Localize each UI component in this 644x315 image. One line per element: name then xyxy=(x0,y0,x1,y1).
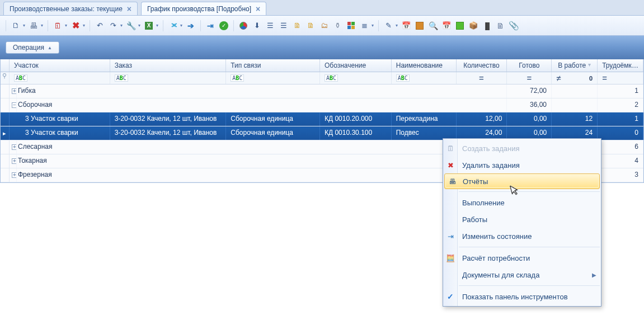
delete-icon[interactable]: ✖ xyxy=(69,20,82,32)
context-menu: 🗓 Создать задания ✖ Удалить задания 🖶 От… xyxy=(443,138,601,307)
filter-gotovo[interactable]: = xyxy=(507,72,552,84)
menu-delete-tasks[interactable]: ✖ Удалить задания xyxy=(443,157,601,173)
menu-label: Документы для склада xyxy=(462,271,539,279)
cell-tip: Сборочная единица xyxy=(226,126,320,140)
menu-warehouse-docs[interactable]: Документы для склада ▶ xyxy=(443,266,601,283)
tab-production-schedule[interactable]: График производства [Подробно] × xyxy=(141,2,266,15)
table-row[interactable]: 3 Участок сварки 3-20-0032 Качели, 12 шт… xyxy=(1,112,643,126)
export-excel-icon[interactable]: X xyxy=(143,20,155,32)
box-icon[interactable]: 📦 xyxy=(467,20,480,32)
group-gotovo: 72,00 xyxy=(507,84,552,98)
menu-label: Работы xyxy=(462,215,487,224)
menu-change-state[interactable]: ⇥ Изменить состояние xyxy=(443,228,601,245)
col-oboz[interactable]: Обозначение xyxy=(320,59,392,72)
filter-vrab[interactable]: ≠0 xyxy=(552,72,598,84)
wrench-icon[interactable]: 🔧 xyxy=(125,20,137,32)
cell-uchastok: 3 Участок сварки xyxy=(10,126,110,140)
filter-tip[interactable]: ABC xyxy=(226,72,320,84)
menu-execution[interactable]: Выполнение xyxy=(443,194,601,211)
filter-oboz[interactable]: ABC xyxy=(320,72,392,84)
wand-icon[interactable]: ✎ xyxy=(382,20,394,32)
close-icon[interactable]: × xyxy=(127,5,131,13)
filter-toggle-icon[interactable]: ⚲ xyxy=(1,72,10,84)
col-trud[interactable]: Трудоёмкость xyxy=(598,59,643,72)
list1-icon[interactable]: ☰ xyxy=(264,20,276,32)
menu-works[interactable]: Работы xyxy=(443,211,601,228)
page-icon[interactable]: 🗎 xyxy=(494,20,506,32)
menu-show-toolbar[interactable]: ✓ Показать панель инструментов xyxy=(443,288,601,305)
cell-naim: Перекладина xyxy=(392,112,457,126)
funnel-icon[interactable]: ⚱ xyxy=(331,20,344,32)
col-vrab[interactable]: В работе▾ xyxy=(552,59,598,72)
cell-vrab: 12 xyxy=(552,112,598,126)
apply-icon[interactable]: ✓ xyxy=(218,20,230,32)
confirm-icon[interactable] xyxy=(454,20,466,32)
filter-zakaz[interactable]: ABC xyxy=(110,72,227,84)
menu-label: Удалить задания xyxy=(462,161,520,170)
cell-trud: 1 xyxy=(598,112,643,126)
expand-icon[interactable]: + xyxy=(12,88,17,94)
pie-chart-icon[interactable] xyxy=(237,20,250,32)
undo-icon[interactable]: ↶ xyxy=(93,20,106,32)
barcode-icon[interactable]: |||| xyxy=(481,20,493,32)
close-icon[interactable]: × xyxy=(256,5,260,13)
expand-icon[interactable]: + xyxy=(12,144,17,150)
note1-icon[interactable]: 🗎 xyxy=(291,20,303,32)
filter-kol[interactable]: = xyxy=(457,72,507,84)
filter-naim[interactable]: ABC xyxy=(392,72,457,84)
check-icon: ✓ xyxy=(446,292,455,301)
dropdown-icon[interactable]: ▾ xyxy=(40,23,44,28)
menu-label: Создать задания xyxy=(462,144,520,153)
calendar-icon: 🗓 xyxy=(446,144,455,153)
dropdown-icon[interactable]: ▾ xyxy=(22,23,26,28)
col-tip[interactable]: Тип связи xyxy=(226,59,320,72)
clock-icon[interactable] xyxy=(413,20,426,32)
main-toolbar: 🗋▾ 🖶▾ 🗓▾ ✖▾ ↶ ↷▾ 🔧▾ X▾ ⪤▾ ➔ ⇥ ✓ ⬇ ☰ ☰ 🗎 … xyxy=(0,16,644,36)
filter-trud[interactable]: = xyxy=(598,72,643,84)
list-ordered-icon[interactable]: ≣ xyxy=(358,20,370,32)
group-label: Токарная xyxy=(17,154,507,168)
group-row[interactable]: + Гибка 72,00 1 xyxy=(1,84,643,98)
dropdown-icon[interactable]: ▾ xyxy=(394,23,399,28)
filter-uchastok[interactable]: ABC xyxy=(10,72,110,84)
calendar2-icon[interactable]: 📅 xyxy=(440,20,453,32)
note2-icon[interactable]: 🗎 xyxy=(304,20,317,32)
download-icon[interactable]: ⬇ xyxy=(251,20,263,32)
calendar-icon[interactable]: 📅 xyxy=(400,20,412,32)
grid-header: Участок Заказ Тип связи Обозначение Наим… xyxy=(1,59,643,72)
dropdown-icon[interactable]: ▾ xyxy=(370,23,375,28)
filter-active-icon[interactable]: ▾ xyxy=(588,62,591,68)
change-state-icon[interactable]: ⇥ xyxy=(204,20,217,32)
group-row[interactable]: − Сборочная 36,00 2 xyxy=(1,98,643,112)
operation-dropdown[interactable]: Операция ▲ xyxy=(6,41,59,54)
dropdown-icon[interactable]: ▾ xyxy=(155,23,159,28)
menu-requirement-calc[interactable]: 🧮 Расчёт потребности xyxy=(443,250,601,266)
dropdown-icon[interactable]: ▾ xyxy=(82,23,86,28)
expand-icon[interactable]: + xyxy=(12,172,17,178)
dropdown-icon[interactable]: ▾ xyxy=(119,23,124,28)
dropdown-icon[interactable]: ▾ xyxy=(137,23,142,28)
new-icon[interactable]: 🗋 xyxy=(10,20,22,32)
group-label: Сборочная xyxy=(17,98,507,112)
forward-icon[interactable]: ➔ xyxy=(185,20,197,32)
col-naim[interactable]: Наименование xyxy=(392,59,457,72)
palette-icon[interactable] xyxy=(345,20,357,32)
dropdown-icon[interactable]: ▾ xyxy=(64,23,68,28)
clip-icon[interactable]: 📎 xyxy=(507,20,520,32)
redo-icon[interactable]: ↷ xyxy=(107,20,119,32)
search-icon[interactable]: 🔍 xyxy=(427,20,439,32)
menu-reports[interactable]: 🖶 Отчёты xyxy=(444,173,600,189)
dropdown-icon[interactable]: ▾ xyxy=(179,23,184,28)
col-zakaz[interactable]: Заказ xyxy=(110,59,227,72)
print-icon[interactable]: 🖶 xyxy=(27,20,40,32)
tree-icon[interactable]: 🗂 xyxy=(318,20,330,32)
col-gotovo[interactable]: Готово xyxy=(507,59,552,72)
list2-icon[interactable]: ☰ xyxy=(278,20,290,32)
add-task-icon[interactable]: 🗓 xyxy=(51,20,64,32)
share-icon[interactable]: ⪤ xyxy=(167,20,179,32)
expand-icon[interactable]: + xyxy=(12,158,17,164)
tab-orders-current[interactable]: Производственные заказы: текущие × xyxy=(3,2,138,15)
collapse-icon[interactable]: − xyxy=(12,102,17,108)
col-kol[interactable]: Количество xyxy=(457,59,507,72)
col-uchastok[interactable]: Участок xyxy=(10,59,110,72)
